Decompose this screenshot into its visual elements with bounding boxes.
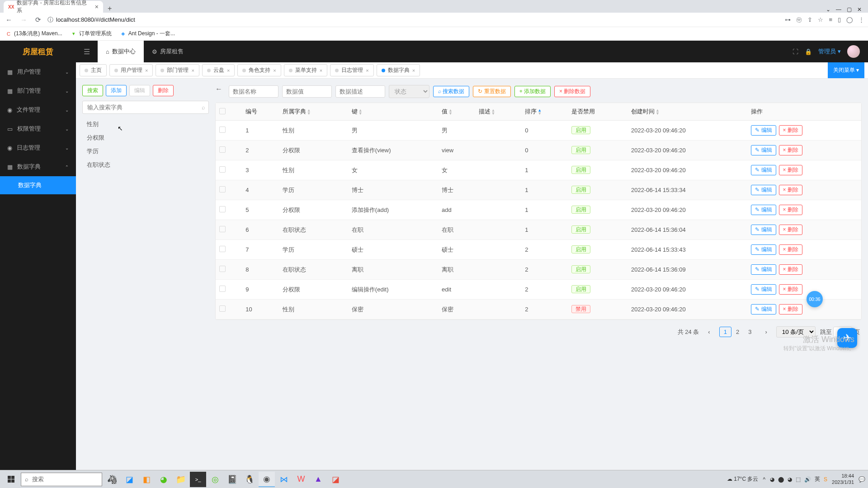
search-icon[interactable]: ⌕: [202, 104, 205, 111]
edit-button[interactable]: ✎ 编辑: [751, 145, 776, 155]
delete-data-button[interactable]: × 删除数据: [554, 86, 590, 97]
edit-button[interactable]: ✎ 编辑: [751, 205, 776, 215]
close-icon[interactable]: ×: [412, 68, 415, 73]
bookmark-item[interactable]: C (13条消息) Maven...: [5, 30, 62, 38]
column-header[interactable]: 键▲▼: [348, 103, 438, 121]
page-number[interactable]: 1: [719, 327, 731, 337]
delete-button[interactable]: × 删除: [779, 304, 802, 314]
dict-item[interactable]: 在职状态: [82, 158, 209, 172]
delete-button[interactable]: × 删除: [779, 244, 802, 255]
delete-button[interactable]: × 删除: [779, 185, 802, 195]
add-data-button[interactable]: + 添加数据: [514, 86, 551, 97]
url-field[interactable]: ⓘ localhost:8080/#/dictMenu/dict: [47, 16, 780, 24]
page-size-select[interactable]: 10 条/页: [776, 326, 816, 338]
close-menu-button[interactable]: 关闭菜单 ▾: [828, 62, 864, 78]
key-icon[interactable]: ⊶: [785, 16, 791, 23]
delete-button[interactable]: × 删除: [779, 125, 802, 136]
delete-button[interactable]: × 删除: [779, 165, 802, 175]
edit-button[interactable]: ✎ 编辑: [751, 165, 776, 175]
column-header[interactable]: 值▲▼: [438, 103, 475, 121]
row-checkbox[interactable]: [219, 186, 226, 192]
dict-edit-button[interactable]: 编辑: [129, 85, 150, 96]
profile-icon[interactable]: ◯: [846, 16, 853, 23]
delete-button[interactable]: × 删除: [779, 225, 802, 235]
maximize-icon[interactable]: ▢: [847, 6, 852, 13]
edit-button[interactable]: ✎ 编辑: [751, 304, 776, 314]
column-header[interactable]: 创建时间▲▼: [627, 103, 747, 121]
reload-icon[interactable]: ⟳: [33, 16, 43, 24]
share-icon[interactable]: ⇪: [807, 16, 812, 23]
close-icon[interactable]: ×: [320, 68, 322, 73]
delete-button[interactable]: × 删除: [779, 284, 802, 295]
dict-item[interactable]: 分权限: [82, 131, 209, 145]
delete-button[interactable]: × 删除: [779, 145, 802, 155]
edit-button[interactable]: ✎ 编辑: [751, 264, 776, 275]
page-tab[interactable]: 云盘 ×: [202, 64, 235, 76]
browser-tab[interactable]: XX 数据字典 - 房屋出租出售信息系 ×: [4, 1, 103, 13]
edit-button[interactable]: ✎ 编辑: [751, 284, 776, 295]
dict-delete-button[interactable]: 删除: [153, 85, 174, 96]
chevron-down-icon[interactable]: ⌄: [826, 6, 830, 13]
edit-button[interactable]: ✎ 编辑: [751, 185, 776, 195]
sidebar-item[interactable]: ◉ 日志管理 ⌄: [0, 138, 76, 157]
filter-name-input[interactable]: [229, 85, 278, 98]
column-header[interactable]: 描述▲▼: [475, 103, 522, 121]
column-header[interactable]: 编号: [242, 103, 279, 121]
edit-button[interactable]: ✎ 编辑: [751, 244, 776, 255]
page-tab[interactable]: 日志管理 ×: [330, 64, 373, 76]
top-nav-item[interactable]: ⚙房屋租售: [144, 41, 192, 62]
sidebar-item[interactable]: ◉ 文件管理 ⌄: [0, 100, 76, 119]
search-data-button[interactable]: ⌕ 搜索数据: [433, 86, 469, 97]
star-icon[interactable]: ☆: [818, 16, 823, 23]
row-checkbox[interactable]: [219, 266, 226, 272]
filter-value-input[interactable]: [282, 85, 332, 98]
sidebar-item[interactable]: ▦ 用户管理 ⌄: [0, 62, 76, 81]
sidebar-item[interactable]: ▭ 权限管理 ⌄: [0, 119, 76, 138]
row-checkbox[interactable]: [219, 226, 226, 232]
sidebar-item[interactable]: ▦ 数据字典 ⌄: [0, 157, 76, 176]
sidebar-toggle[interactable]: ☰: [76, 47, 98, 56]
page-tab[interactable]: 主页: [80, 64, 107, 76]
sidebar-item[interactable]: ▦ 部门管理 ⌄: [0, 81, 76, 100]
screen-timer[interactable]: 00:36: [807, 291, 823, 307]
dict-item[interactable]: 性别: [82, 117, 209, 131]
page-tab[interactable]: 角色支持 ×: [237, 64, 281, 76]
edit-button[interactable]: ✎ 编辑: [751, 225, 776, 235]
page-number[interactable]: 3: [744, 327, 756, 337]
reading-list-icon[interactable]: ≡: [829, 16, 832, 23]
close-icon[interactable]: ×: [273, 68, 276, 73]
page-tab[interactable]: 部门管理 ×: [156, 64, 199, 76]
close-window-icon[interactable]: ✕: [857, 6, 862, 13]
page-number[interactable]: 2: [731, 327, 744, 337]
dict-search-button[interactable]: 搜索: [82, 85, 103, 96]
close-icon[interactable]: ×: [227, 68, 230, 73]
translate-icon[interactable]: ㊥: [796, 16, 802, 24]
lock-icon[interactable]: 🔒: [805, 48, 812, 55]
dict-item[interactable]: 学历: [82, 145, 209, 158]
page-tab[interactable]: 菜单支持 ×: [284, 64, 327, 76]
delete-button[interactable]: × 删除: [779, 264, 802, 275]
fullscreen-icon[interactable]: ⛶: [793, 48, 798, 55]
bookmark-item[interactable]: ◈ Ant Design - 一套...: [120, 30, 175, 38]
row-checkbox[interactable]: [219, 246, 226, 252]
assistant-icon[interactable]: ✈: [837, 328, 857, 348]
close-icon[interactable]: ×: [191, 68, 194, 73]
edit-button[interactable]: ✎ 编辑: [751, 125, 776, 136]
row-checkbox[interactable]: [219, 305, 226, 312]
extensions-icon[interactable]: ▯: [838, 16, 841, 23]
column-header[interactable]: 是否禁用: [568, 103, 627, 121]
bookmark-item[interactable]: ▾ 订单管理系统: [71, 30, 112, 38]
row-checkbox[interactable]: [219, 206, 226, 212]
menu-icon[interactable]: ⋮: [859, 16, 864, 23]
minimize-icon[interactable]: —: [836, 6, 841, 13]
reset-data-button[interactable]: ↻ 重置数据: [473, 86, 510, 97]
back-icon[interactable]: ←: [4, 16, 14, 23]
filter-desc-input[interactable]: [335, 85, 385, 98]
page-tab[interactable]: 用户管理 ×: [109, 64, 153, 76]
forward-icon[interactable]: →: [19, 16, 29, 23]
close-icon[interactable]: ×: [145, 68, 148, 73]
select-all-checkbox[interactable]: [219, 108, 226, 114]
new-tab-button[interactable]: +: [103, 5, 116, 13]
back-arrow-icon[interactable]: ←: [215, 85, 222, 93]
prev-page-button[interactable]: ‹: [703, 327, 714, 337]
